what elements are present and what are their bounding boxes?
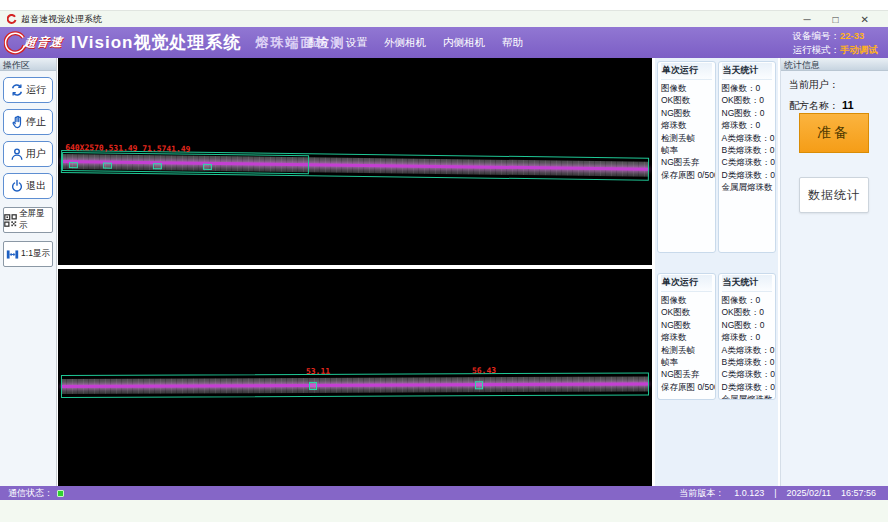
current-user-label: 当前用户： — [789, 79, 839, 90]
detection-box — [475, 381, 483, 389]
hand-icon — [10, 115, 24, 129]
stat-row: NG图数 — [661, 107, 712, 119]
stat-row: C类熔珠数：0 — [722, 156, 773, 168]
fullscreen-button-label: 全屏显示 — [19, 208, 52, 232]
info-panel: 统计信息 当前用户： 配方名称：11 准备 数据统计 — [780, 58, 888, 486]
stat-row: 保存原图 0/500 — [661, 381, 712, 393]
stat-row: NG图丢弃 — [661, 368, 712, 380]
stat-row: NG图数：0 — [722, 107, 773, 119]
stat-row: NG图数 — [661, 319, 712, 331]
status-date: 2025/02/11 — [787, 488, 831, 498]
run-stats-header: 单次运行 — [661, 275, 712, 292]
minimize-button[interactable]: ─ — [803, 12, 810, 27]
menu-item-recipe[interactable]: 配方 — [308, 36, 329, 50]
sync-icon — [10, 83, 24, 97]
user-button-label: 用户 — [26, 147, 46, 161]
detection-box — [203, 164, 212, 170]
device-info: 设备编号：22-33 运行模式：手动调试 — [793, 29, 879, 56]
menu-item-inner-camera[interactable]: 内侧相机 — [443, 36, 485, 50]
stat-row: A类熔珠数：0 — [722, 132, 773, 144]
stat-row: OK图数 — [661, 306, 712, 318]
main-area: 操作区 运行 停止 用户 — [0, 58, 888, 486]
exit-button-label: 退出 — [26, 179, 46, 193]
stat-row: C类熔珠数：0 — [722, 368, 773, 380]
close-button[interactable]: ✕ — [861, 12, 869, 27]
detection-box — [309, 382, 317, 390]
menu-item-outer-camera[interactable]: 外侧相机 — [384, 36, 426, 50]
run-stats-box: 单次运行 图像数OK图数NG图数熔珠数检测丢帧帧率NG图丢弃保存原图 0/500 — [657, 61, 716, 253]
exit-button[interactable]: 退出 — [3, 173, 53, 199]
camera2-view: 53.11 56.43 — [58, 269, 652, 486]
one-to-one-icon — [6, 248, 19, 261]
stat-row: 保存原图 0/500 — [661, 169, 712, 181]
measurement-label: 56.43 — [472, 366, 496, 375]
fullscreen-button[interactable]: 全屏显示 — [3, 207, 53, 233]
stat-row: B类熔珠数：0 — [722, 144, 773, 156]
camera1-stats-panel: 单次运行 图像数OK图数NG图数熔珠数检测丢帧帧率NG图丢弃保存原图 0/500… — [657, 61, 776, 253]
image-strip: 53.11 56.43 — [61, 376, 649, 394]
stat-row: OK图数：0 — [722, 306, 773, 318]
stat-row: 检测丢帧 — [661, 344, 712, 356]
stop-button[interactable]: 停止 — [3, 109, 53, 135]
app-header: 超音速 IVision视觉处理系统 熔珠端面检测 配方 设置 外侧相机 内侧相机… — [0, 27, 888, 58]
qr-icon — [4, 214, 17, 227]
detection-box — [69, 162, 78, 168]
run-button[interactable]: 运行 — [3, 77, 53, 103]
recipe-name-value: 11 — [842, 99, 854, 111]
stat-row: D类熔珠数：0 — [722, 381, 773, 393]
camera2-stats-panel: 单次运行 图像数OK图数NG图数熔珠数检测丢帧帧率NG图丢弃保存原图 0/500… — [657, 273, 776, 400]
stat-row: 帧率 — [661, 356, 712, 368]
comm-status-label: 通信状态： — [8, 487, 53, 500]
roi-rectangle-inner — [62, 152, 309, 174]
run-mode-value: 手动调试 — [840, 44, 878, 55]
stat-row: 图像数 — [661, 294, 712, 306]
one-to-one-button[interactable]: 1:1显示 — [3, 241, 53, 267]
maximize-button[interactable]: □ — [833, 12, 839, 27]
window-title-bar: 超音速视觉处理系统 ─ □ ✕ — [0, 10, 888, 27]
stat-row: A类熔珠数：0 — [722, 344, 773, 356]
main-menu: 配方 设置 外侧相机 内侧相机 帮助 — [308, 27, 523, 58]
prepare-button[interactable]: 准备 — [799, 113, 869, 153]
measurement-label: 640X2570,531.49 71.5741.49 — [65, 143, 190, 154]
application-window: 超音速视觉处理系统 ─ □ ✕ 超音速 IVision视觉处理系统 熔珠端面检测… — [0, 0, 888, 522]
status-time: 16:57:56 — [841, 488, 876, 498]
user-button[interactable]: 用户 — [3, 141, 53, 167]
stat-row: 图像数：0 — [722, 82, 773, 94]
stat-row: OK图数 — [661, 94, 712, 106]
version-label: 当前版本： — [679, 487, 724, 500]
stat-row: 图像数：0 — [722, 294, 773, 306]
measurement-label: 53.11 — [306, 367, 330, 376]
app-icon — [7, 14, 17, 24]
run-stats-box: 单次运行 图像数OK图数NG图数熔珠数检测丢帧帧率NG图丢弃保存原图 0/500 — [657, 273, 716, 400]
stop-button-label: 停止 — [26, 115, 46, 129]
stat-row: D类熔珠数：0 — [722, 169, 773, 181]
stat-row: NG图丢弃 — [661, 156, 712, 168]
menu-item-settings[interactable]: 设置 — [346, 36, 367, 50]
data-statistics-button[interactable]: 数据统计 — [799, 177, 869, 213]
info-panel-title: 统计信息 — [781, 58, 888, 71]
stat-row: 熔珠数 — [661, 119, 712, 131]
one-to-one-button-label: 1:1显示 — [21, 248, 50, 260]
desktop-background — [0, 500, 888, 522]
stat-row: 金属屑熔珠数：0 — [722, 181, 773, 193]
stat-row: 帧率 — [661, 144, 712, 156]
stat-row: 检测丢帧 — [661, 132, 712, 144]
roi-rectangle — [61, 372, 649, 398]
stat-row: 金属屑熔珠数：0 — [722, 393, 773, 400]
day-stats-header: 当天统计 — [722, 63, 773, 80]
stat-row: OK图数：0 — [722, 94, 773, 106]
app-title: IVision视觉处理系统 — [71, 31, 241, 54]
detection-box — [153, 163, 162, 169]
menu-item-help[interactable]: 帮助 — [502, 36, 523, 50]
device-number-value: 22-33 — [840, 30, 864, 41]
camera1-view: 640X2570,531.49 71.5741.49 — [58, 58, 652, 265]
status-bar: 通信状态： 当前版本： 1.0.123 | 2025/02/11 16:57:5… — [0, 486, 888, 500]
user-icon — [10, 147, 24, 161]
comm-status-indicator — [57, 490, 64, 497]
brand-text: 超音速 — [23, 34, 64, 51]
stat-row: 熔珠数：0 — [722, 119, 773, 131]
statistics-column: 单次运行 图像数OK图数NG图数熔珠数检测丢帧帧率NG图丢弃保存原图 0/500… — [655, 58, 778, 486]
stat-row: NG图数：0 — [722, 319, 773, 331]
run-mode-label: 运行模式： — [793, 44, 841, 55]
day-stats-box: 当天统计 图像数：0OK图数：0NG图数：0熔珠数：0A类熔珠数：0B类熔珠数：… — [718, 61, 777, 253]
